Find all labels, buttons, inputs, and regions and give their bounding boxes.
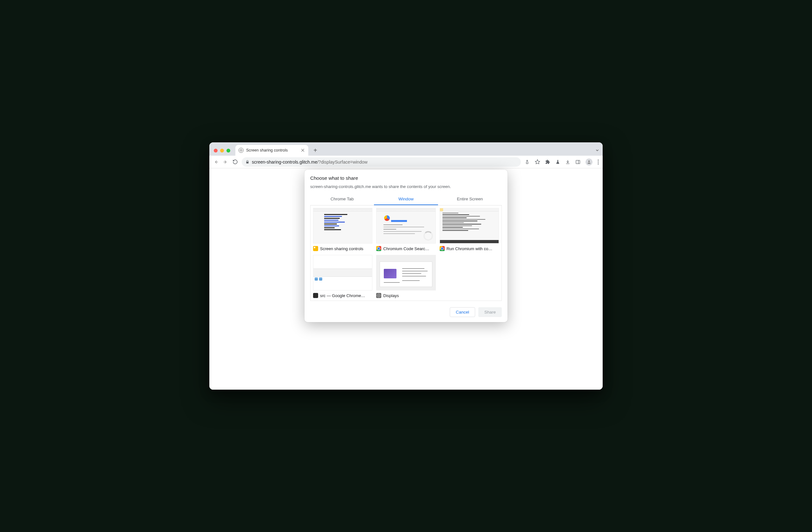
labs-icon[interactable] <box>555 160 560 165</box>
tab-window[interactable]: Window <box>374 193 438 205</box>
share-type-tabs: Chrome Tab Window Entire Screen <box>310 193 502 205</box>
cancel-button[interactable]: Cancel <box>450 307 475 317</box>
minimize-window-icon[interactable] <box>220 149 224 152</box>
chrome-icon <box>440 246 445 251</box>
svg-point-6 <box>598 160 598 160</box>
window-option[interactable]: src — Google Chrome… <box>313 254 373 299</box>
reload-button[interactable] <box>232 159 238 165</box>
window-label: Chromium Code Searc… <box>383 246 429 251</box>
window-thumbnail <box>440 208 499 243</box>
svg-marker-2 <box>535 160 539 164</box>
tab-search-icon[interactable] <box>595 148 599 156</box>
window-controls <box>214 149 230 156</box>
chrome-icon <box>376 246 381 251</box>
chrome-canary-icon <box>313 246 318 251</box>
window-option[interactable]: Run Chromium with co… <box>439 207 499 252</box>
lock-icon <box>246 160 249 164</box>
globe-icon <box>238 148 244 153</box>
dialog-actions: Cancel Share <box>310 307 502 317</box>
browser-tab[interactable]: Screen sharing controls <box>235 145 308 156</box>
share-dialog: Choose what to share screen-sharing-cont… <box>304 169 508 322</box>
browser-window: Screen sharing controls + screen-sharing… <box>209 142 603 390</box>
url-text: screen-sharing-controls.glitch.me/?displ… <box>252 160 368 165</box>
svg-rect-3 <box>576 160 580 164</box>
tab-chrome-tab[interactable]: Chrome Tab <box>310 193 374 205</box>
window-label: src — Google Chrome… <box>320 293 365 298</box>
back-button[interactable] <box>213 159 219 165</box>
close-window-icon[interactable] <box>214 149 218 152</box>
page-content: Choose what to share screen-sharing-cont… <box>209 168 603 390</box>
profile-avatar[interactable] <box>585 159 593 165</box>
window-list: Screen sharing controls <box>310 205 502 301</box>
maximize-window-icon[interactable] <box>227 149 230 152</box>
toolbar: screen-sharing-controls.glitch.me/?displ… <box>209 156 603 168</box>
window-thumbnail <box>376 208 435 243</box>
toolbar-actions <box>525 159 599 165</box>
tab-entire-screen[interactable]: Entire Screen <box>438 193 502 205</box>
forward-button[interactable] <box>223 159 228 165</box>
window-thumbnail <box>313 208 372 243</box>
svg-point-7 <box>598 161 598 162</box>
window-option[interactable]: Displays <box>376 254 436 299</box>
bookmark-icon[interactable] <box>535 159 540 165</box>
window-thumbnail <box>376 255 435 291</box>
window-label: Displays <box>383 293 399 298</box>
downloads-icon[interactable] <box>565 160 570 165</box>
window-option[interactable]: Screen sharing controls <box>313 207 373 252</box>
kebab-menu-icon[interactable] <box>598 160 599 165</box>
close-tab-icon[interactable] <box>301 148 305 152</box>
new-tab-button[interactable]: + <box>311 146 320 155</box>
tab-title: Screen sharing controls <box>246 148 298 152</box>
svg-point-5 <box>589 160 590 162</box>
window-label: Screen sharing controls <box>320 246 363 251</box>
address-bar[interactable]: screen-sharing-controls.glitch.me/?displ… <box>242 157 521 167</box>
tab-strip: Screen sharing controls + <box>209 142 603 156</box>
window-option[interactable]: Chromium Code Searc… <box>376 207 436 252</box>
window-thumbnail <box>313 255 372 291</box>
window-label: Run Chromium with co… <box>447 246 493 251</box>
share-button[interactable]: Share <box>478 307 502 317</box>
terminal-icon <box>313 293 318 298</box>
side-panel-icon[interactable] <box>575 160 580 165</box>
svg-point-8 <box>598 163 598 164</box>
extensions-icon[interactable] <box>545 160 550 165</box>
system-preferences-icon <box>376 293 381 298</box>
dialog-subtitle: screen-sharing-controls.glitch.me wants … <box>310 184 502 189</box>
share-icon[interactable] <box>525 160 530 165</box>
dialog-title: Choose what to share <box>310 175 502 181</box>
